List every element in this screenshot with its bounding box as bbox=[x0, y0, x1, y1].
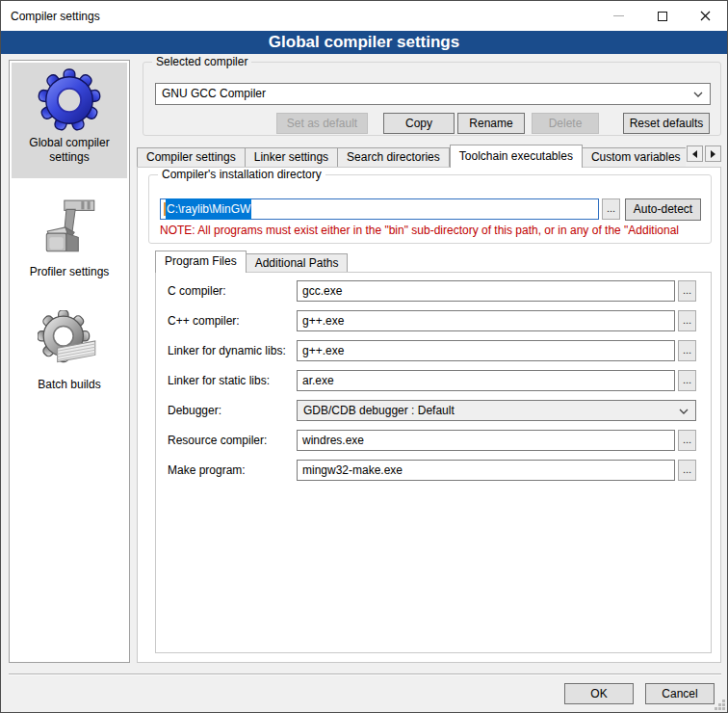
selected-compiler-group: Selected compiler GNU GCC Compiler Set a… bbox=[143, 62, 721, 136]
title-bar[interactable]: Compiler settings bbox=[1, 1, 727, 31]
selected-compiler-legend: Selected compiler bbox=[152, 55, 251, 68]
installation-directory-legend: Compiler's installation directory bbox=[158, 168, 325, 181]
delete-button[interactable]: Delete bbox=[532, 113, 599, 134]
installation-directory-value: C:\raylib\MinGW bbox=[166, 198, 251, 220]
debugger-label: Debugger: bbox=[168, 400, 297, 421]
tab-toolchain-executables[interactable]: Toolchain executables bbox=[450, 145, 583, 168]
tab-custom-variables[interactable]: Custom variables bbox=[583, 147, 686, 168]
sidebar-item-batch-builds[interactable]: Batch builds bbox=[10, 304, 129, 392]
browse-directory-button[interactable]: ... bbox=[602, 198, 620, 220]
static-linker-input[interactable]: ar.exe bbox=[297, 370, 675, 391]
compiler-tabs: Compiler settings Linker settings Search… bbox=[137, 145, 721, 168]
make-program-row: Make program: mingw32-make.exe ... bbox=[168, 460, 696, 481]
toolchain-executables-panel: Compiler's installation directory C:\ray… bbox=[137, 167, 721, 663]
c-compiler-input[interactable]: gcc.exe bbox=[297, 280, 675, 302]
resource-compiler-row: Resource compiler: windres.exe ... bbox=[168, 430, 696, 451]
close-icon bbox=[700, 11, 711, 21]
compiler-settings-dialog: Compiler settings Global compiler settin… bbox=[0, 0, 728, 713]
dynamic-linker-row: Linker for dynamic libs: g++.exe ... bbox=[168, 340, 696, 361]
static-linker-label: Linker for static libs: bbox=[168, 370, 297, 391]
sidebar-item-label: Global compiler settings bbox=[12, 136, 127, 165]
settings-category-list: Global compiler settings bbox=[9, 60, 130, 663]
page-title: Global compiler settings bbox=[1, 31, 727, 54]
chevron-left-icon bbox=[692, 150, 697, 158]
tab-linker-settings[interactable]: Linker settings bbox=[246, 147, 338, 168]
gray-gear-stack-icon bbox=[38, 310, 101, 374]
minimize-button[interactable] bbox=[597, 1, 640, 31]
debugger-select[interactable]: GDB/CDB debugger : Default bbox=[297, 400, 696, 421]
compiler-select[interactable]: GNU GCC Compiler bbox=[155, 83, 711, 105]
caliper-icon bbox=[38, 198, 101, 261]
tab-program-files[interactable]: Program Files bbox=[155, 251, 247, 273]
make-program-label: Make program: bbox=[168, 460, 297, 481]
sidebar-item-label: Profiler settings bbox=[10, 265, 129, 279]
tab-additional-paths[interactable]: Additional Paths bbox=[247, 253, 349, 273]
program-files-panel: C compiler: gcc.exe ... C++ compiler: g+… bbox=[155, 272, 712, 653]
chevron-right-icon bbox=[711, 150, 715, 158]
static-linker-browse-button[interactable]: ... bbox=[678, 370, 696, 391]
tab-search-directories[interactable]: Search directories bbox=[338, 147, 450, 168]
auto-detect-button[interactable]: Auto-detect bbox=[625, 198, 701, 221]
cancel-button[interactable]: Cancel bbox=[645, 683, 715, 704]
sidebar-item-profiler-settings[interactable]: Profiler settings bbox=[10, 192, 129, 279]
resource-compiler-input[interactable]: windres.exe bbox=[297, 430, 675, 451]
cpp-compiler-input[interactable]: g++.exe bbox=[297, 310, 675, 331]
make-program-input[interactable]: mingw32-make.exe bbox=[297, 460, 675, 481]
tab-scroll-left-button[interactable] bbox=[687, 145, 703, 162]
debugger-select-value: GDB/CDB debugger : Default bbox=[303, 404, 455, 417]
sidebar-item-label: Batch builds bbox=[10, 378, 129, 392]
chevron-down-icon bbox=[693, 92, 703, 97]
c-compiler-label: C compiler: bbox=[168, 280, 297, 302]
tab-compiler-settings[interactable]: Compiler settings bbox=[137, 147, 246, 168]
installation-directory-group: Compiler's installation directory C:\ray… bbox=[148, 174, 712, 244]
installation-directory-input[interactable]: C:\raylib\MinGW bbox=[160, 198, 599, 220]
cpp-compiler-browse-button[interactable]: ... bbox=[678, 310, 696, 331]
resource-compiler-label: Resource compiler: bbox=[168, 430, 297, 451]
window-title: Compiler settings bbox=[1, 10, 597, 23]
rename-button[interactable]: Rename bbox=[457, 113, 525, 134]
dynamic-linker-input[interactable]: g++.exe bbox=[297, 340, 675, 361]
chevron-down-icon bbox=[679, 409, 689, 414]
make-program-browse-button[interactable]: ... bbox=[678, 460, 696, 481]
ok-button[interactable]: OK bbox=[564, 683, 634, 704]
footer-divider bbox=[9, 673, 721, 675]
reset-defaults-button[interactable]: Reset defaults bbox=[623, 113, 710, 134]
copy-button[interactable]: Copy bbox=[383, 113, 455, 134]
close-button[interactable] bbox=[684, 1, 727, 31]
c-compiler-browse-button[interactable]: ... bbox=[678, 280, 696, 302]
static-linker-row: Linker for static libs: ar.exe ... bbox=[168, 370, 696, 391]
program-files-tabs: Program Files Additional Paths bbox=[155, 251, 348, 273]
tab-strip: Compiler settings Linker settings Search… bbox=[137, 145, 686, 168]
dynamic-linker-label: Linker for dynamic libs: bbox=[168, 340, 297, 361]
minimize-icon bbox=[613, 15, 624, 16]
blue-gear-icon bbox=[38, 68, 101, 132]
c-compiler-row: C compiler: gcc.exe ... bbox=[168, 280, 696, 302]
tab-scroll-right-button[interactable] bbox=[705, 145, 721, 162]
dynamic-linker-browse-button[interactable]: ... bbox=[678, 340, 696, 361]
debugger-row: Debugger: GDB/CDB debugger : Default bbox=[168, 400, 696, 421]
maximize-icon bbox=[658, 12, 667, 21]
sidebar-item-global-compiler-settings[interactable]: Global compiler settings bbox=[12, 63, 127, 178]
set-as-default-button[interactable]: Set as default bbox=[276, 113, 368, 134]
maximize-button[interactable] bbox=[640, 1, 684, 31]
cpp-compiler-label: C++ compiler: bbox=[168, 310, 297, 331]
resize-grip[interactable] bbox=[722, 707, 725, 710]
compiler-select-value: GNU GCC Compiler bbox=[162, 87, 266, 100]
bin-subdirectory-note: NOTE: All programs must exist either in … bbox=[160, 224, 709, 237]
resource-compiler-browse-button[interactable]: ... bbox=[678, 430, 696, 451]
cpp-compiler-row: C++ compiler: g++.exe ... bbox=[168, 310, 696, 331]
